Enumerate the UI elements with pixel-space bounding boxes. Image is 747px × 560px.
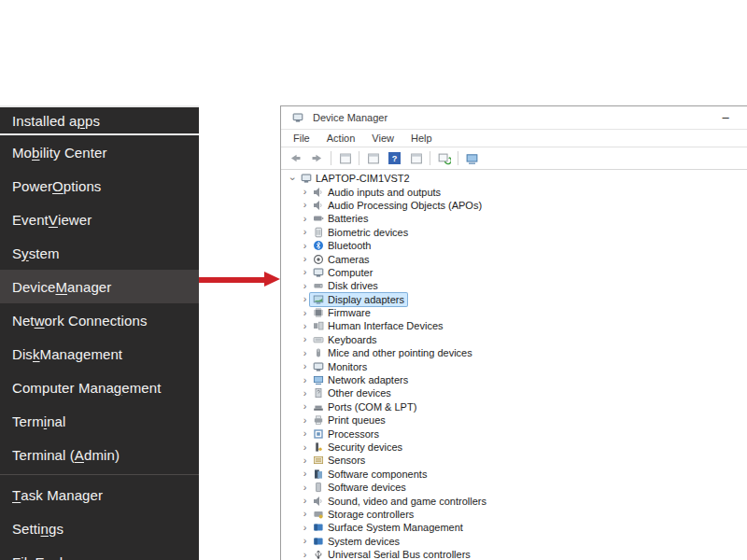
show-console-tree-icon (339, 152, 352, 165)
hid-icon (313, 320, 324, 331)
tree-item-ports[interactable]: Ports (COM & LPT) (281, 400, 747, 413)
chevron-right-icon[interactable] (300, 334, 310, 344)
menu-item-device-manager[interactable]: Device Manager (0, 270, 199, 303)
chevron-right-icon[interactable] (300, 214, 310, 224)
menu-view[interactable]: View (363, 133, 402, 144)
tree-item-sensors[interactable]: Sensors (281, 454, 747, 467)
menu-item-installed-apps[interactable]: Installed apps (0, 107, 199, 133)
toolbar (281, 147, 747, 170)
chevron-right-icon[interactable] (300, 227, 310, 237)
menu-item-file-explorer[interactable]: File Explorer (0, 545, 199, 560)
minimize-button[interactable]: – (715, 113, 736, 122)
tree-item-storage-controllers[interactable]: Storage controllers (281, 508, 747, 521)
menu-item-terminal[interactable]: Terminal (0, 404, 199, 438)
menu-file[interactable]: File (285, 133, 318, 144)
chevron-right-icon[interactable] (300, 442, 310, 453)
forward-button[interactable] (307, 149, 327, 167)
computer-icon (313, 267, 324, 278)
update-driver-button[interactable] (462, 149, 482, 167)
chevron-right-icon[interactable] (300, 348, 310, 358)
export-list-button[interactable] (406, 149, 426, 167)
menu-help[interactable]: Help (402, 133, 441, 144)
bluetooth-icon (313, 240, 324, 251)
tree-item-bluetooth[interactable]: Bluetooth (281, 239, 747, 252)
chevron-right-icon[interactable] (300, 483, 310, 493)
chevron-right-icon[interactable] (300, 267, 310, 277)
chevron-right-icon[interactable] (300, 254, 310, 264)
menu-item-settings[interactable]: Settings (0, 511, 199, 545)
chevron-right-icon[interactable] (300, 241, 310, 251)
security-device-icon (313, 441, 324, 453)
menu-item-disk-management[interactable]: Disk Management (0, 337, 199, 371)
tree-item-security-devices[interactable]: Security devices (281, 441, 747, 454)
disk-drive-icon (313, 280, 324, 291)
tree-item-other-devices[interactable]: Other devices (281, 386, 747, 399)
chevron-right-icon[interactable] (300, 401, 310, 412)
menu-item-event-viewer[interactable]: Event Viewer (0, 203, 199, 236)
scan-hardware-changes-button[interactable] (434, 149, 454, 167)
menu-item-power-options[interactable]: Power Options (0, 169, 199, 203)
tree-item-surface-system-management[interactable]: Surface System Management (281, 521, 747, 534)
chevron-right-icon[interactable] (300, 415, 310, 426)
tree-item-audio-processing-objects[interactable]: Audio Processing Objects (APOs) (281, 199, 747, 212)
tree-item-biometric-devices[interactable]: Biometric devices (281, 226, 747, 239)
chevron-right-icon[interactable] (300, 375, 310, 385)
chevron-right-icon[interactable] (300, 509, 310, 519)
port-icon (313, 401, 324, 413)
chevron-right-icon[interactable] (300, 200, 310, 210)
tree-item-processors[interactable]: Processors (281, 427, 747, 440)
tree-item-keyboards[interactable]: Keyboards (281, 333, 747, 346)
menu-item-system[interactable]: System (0, 236, 199, 270)
tree-root-computer[interactable]: LAPTOP-CIM1VST2 (281, 172, 747, 185)
tree-item-print-queues[interactable]: Print queues (281, 413, 747, 427)
tree-item-sound-video-game[interactable]: Sound, video and game controllers (281, 494, 747, 507)
tree-item-monitors[interactable]: Monitors (281, 359, 747, 372)
chevron-right-icon[interactable] (300, 428, 310, 439)
usb-icon (313, 549, 324, 560)
chevron-right-icon[interactable] (300, 523, 310, 533)
tree-item-system-devices[interactable]: System devices (281, 535, 747, 548)
chevron-right-icon[interactable] (300, 308, 310, 318)
help-button[interactable] (385, 149, 404, 167)
menu-item-terminal-admin[interactable]: Terminal (Admin) (0, 438, 199, 471)
show-console-tree-button[interactable] (335, 149, 355, 167)
tree-item-batteries[interactable]: Batteries (281, 212, 747, 225)
device-tree: LAPTOP-CIM1VST2 Audio inputs and outputs… (281, 170, 747, 560)
chevron-right-icon[interactable] (300, 536, 310, 546)
tree-item-disk-drives[interactable]: Disk drives (281, 279, 747, 292)
tree-item-firmware[interactable]: Firmware (281, 306, 747, 319)
properties-button[interactable] (363, 149, 383, 167)
chevron-right-icon[interactable] (300, 321, 310, 331)
tree-item-audio-inputs[interactable]: Audio inputs and outputs (281, 185, 747, 198)
chevron-right-icon[interactable] (300, 361, 310, 371)
tree-item-cameras[interactable]: Cameras (281, 252, 747, 265)
toolbar-separator (430, 151, 430, 165)
menu-item-task-manager[interactable]: Task Manager (0, 478, 199, 511)
menu-item-mobility-center[interactable]: Mobility Center (0, 135, 199, 169)
chevron-right-icon[interactable] (300, 388, 310, 399)
tree-item-mice[interactable]: Mice and other pointing devices (281, 346, 747, 359)
chevron-right-icon[interactable] (300, 187, 310, 197)
tree-item-human-interface-devices[interactable]: Human Interface Devices (281, 319, 747, 332)
menu-action[interactable]: Action (318, 133, 364, 144)
chevron-right-icon[interactable] (300, 455, 310, 466)
export-list-icon (410, 152, 423, 165)
back-button[interactable] (286, 149, 305, 167)
chevron-right-icon[interactable] (300, 496, 310, 506)
tree-item-software-components[interactable]: Software components (281, 468, 747, 481)
menu-item-network-connections[interactable]: Network Connections (0, 303, 199, 337)
tree-item-computer[interactable]: Computer (281, 266, 747, 279)
chevron-down-icon[interactable] (288, 174, 298, 184)
menu-separator (0, 474, 199, 475)
window-title: Device Manager (313, 112, 388, 123)
device-manager-window: Device Manager – File Action View Help (280, 105, 747, 560)
menu-item-computer-management[interactable]: Computer Management (0, 371, 199, 404)
tree-item-software-devices[interactable]: Software devices (281, 481, 747, 494)
chevron-right-icon[interactable] (300, 281, 310, 291)
tree-item-network-adapters[interactable]: Network adapters (281, 373, 747, 386)
chevron-right-icon[interactable] (300, 469, 310, 479)
tree-item-display-adapters[interactable]: Display adapters (281, 293, 747, 306)
chevron-right-icon[interactable] (300, 550, 310, 560)
chevron-right-icon[interactable] (300, 294, 310, 304)
tree-item-usb-controllers[interactable]: Universal Serial Bus controllers (281, 548, 747, 560)
